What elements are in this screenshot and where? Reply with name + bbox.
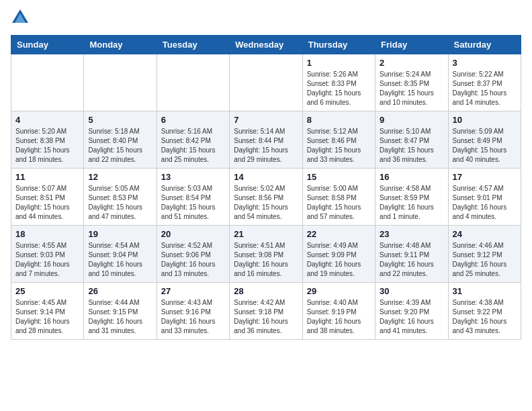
day-info: Sunrise: 4:46 AM Sunset: 9:12 PM Dayligh… bbox=[453, 241, 517, 279]
day-number: 12 bbox=[88, 172, 152, 182]
calendar-cell: 15Sunrise: 5:00 AM Sunset: 8:58 PM Dayli… bbox=[302, 169, 375, 226]
logo bbox=[11, 11, 32, 27]
day-info: Sunrise: 5:20 AM Sunset: 8:38 PM Dayligh… bbox=[15, 127, 79, 165]
calendar-cell: 26Sunrise: 4:44 AM Sunset: 9:15 PM Dayli… bbox=[84, 283, 157, 340]
day-number: 16 bbox=[380, 172, 443, 182]
day-info: Sunrise: 4:48 AM Sunset: 9:11 PM Dayligh… bbox=[380, 241, 443, 279]
day-info: Sunrise: 5:07 AM Sunset: 8:51 PM Dayligh… bbox=[15, 184, 79, 222]
day-info: Sunrise: 4:44 AM Sunset: 9:15 PM Dayligh… bbox=[88, 298, 152, 336]
logo-icon bbox=[11, 8, 30, 27]
day-number: 4 bbox=[15, 115, 79, 125]
day-info: Sunrise: 5:12 AM Sunset: 8:46 PM Dayligh… bbox=[307, 127, 371, 165]
calendar-cell: 21Sunrise: 4:51 AM Sunset: 9:08 PM Dayli… bbox=[230, 226, 302, 283]
day-info: Sunrise: 5:18 AM Sunset: 8:40 PM Dayligh… bbox=[88, 127, 152, 165]
calendar-cell: 9Sunrise: 5:10 AM Sunset: 8:47 PM Daylig… bbox=[375, 111, 448, 169]
calendar-week-2: 4Sunrise: 5:20 AM Sunset: 8:38 PM Daylig… bbox=[11, 111, 521, 169]
day-info: Sunrise: 4:52 AM Sunset: 9:06 PM Dayligh… bbox=[161, 241, 225, 279]
day-info: Sunrise: 5:02 AM Sunset: 8:56 PM Dayligh… bbox=[234, 184, 298, 222]
day-info: Sunrise: 5:24 AM Sunset: 8:35 PM Dayligh… bbox=[380, 70, 443, 107]
day-info: Sunrise: 4:57 AM Sunset: 9:01 PM Dayligh… bbox=[453, 184, 517, 222]
day-info: Sunrise: 4:54 AM Sunset: 9:04 PM Dayligh… bbox=[88, 241, 152, 279]
calendar-week-3: 11Sunrise: 5:07 AM Sunset: 8:51 PM Dayli… bbox=[11, 169, 521, 226]
day-info: Sunrise: 4:45 AM Sunset: 9:14 PM Dayligh… bbox=[15, 298, 79, 336]
day-info: Sunrise: 5:05 AM Sunset: 8:53 PM Dayligh… bbox=[88, 184, 152, 222]
calendar-cell: 11Sunrise: 5:07 AM Sunset: 8:51 PM Dayli… bbox=[11, 169, 84, 226]
calendar-cell: 17Sunrise: 4:57 AM Sunset: 9:01 PM Dayli… bbox=[448, 169, 521, 226]
day-number: 15 bbox=[307, 172, 371, 182]
day-info: Sunrise: 4:39 AM Sunset: 9:20 PM Dayligh… bbox=[380, 298, 443, 336]
day-number: 26 bbox=[88, 286, 152, 296]
weekday-header-tuesday: Tuesday bbox=[157, 36, 229, 54]
day-number: 6 bbox=[161, 115, 225, 125]
day-number: 5 bbox=[88, 115, 152, 125]
calendar-week-1: 1Sunrise: 5:26 AM Sunset: 8:33 PM Daylig… bbox=[11, 54, 521, 111]
day-info: Sunrise: 4:42 AM Sunset: 9:18 PM Dayligh… bbox=[234, 298, 298, 336]
calendar-cell: 8Sunrise: 5:12 AM Sunset: 8:46 PM Daylig… bbox=[302, 111, 375, 169]
calendar-cell: 3Sunrise: 5:22 AM Sunset: 8:37 PM Daylig… bbox=[448, 54, 521, 111]
day-number: 19 bbox=[88, 229, 152, 239]
calendar-cell: 30Sunrise: 4:39 AM Sunset: 9:20 PM Dayli… bbox=[375, 283, 448, 340]
day-info: Sunrise: 5:00 AM Sunset: 8:58 PM Dayligh… bbox=[307, 184, 371, 222]
day-info: Sunrise: 5:22 AM Sunset: 8:37 PM Dayligh… bbox=[453, 70, 517, 107]
calendar-cell: 13Sunrise: 5:03 AM Sunset: 8:54 PM Dayli… bbox=[157, 169, 229, 226]
calendar-cell: 16Sunrise: 4:58 AM Sunset: 8:59 PM Dayli… bbox=[375, 169, 448, 226]
weekday-header-monday: Monday bbox=[84, 36, 157, 54]
calendar-cell: 7Sunrise: 5:14 AM Sunset: 8:44 PM Daylig… bbox=[230, 111, 302, 169]
day-number: 14 bbox=[234, 172, 298, 182]
day-number: 3 bbox=[453, 58, 517, 68]
calendar-cell: 25Sunrise: 4:45 AM Sunset: 9:14 PM Dayli… bbox=[11, 283, 84, 340]
calendar-cell: 5Sunrise: 5:18 AM Sunset: 8:40 PM Daylig… bbox=[84, 111, 157, 169]
day-number: 1 bbox=[307, 58, 371, 68]
day-number: 30 bbox=[380, 286, 443, 296]
weekday-header-sunday: Sunday bbox=[11, 36, 84, 54]
calendar-cell: 18Sunrise: 4:55 AM Sunset: 9:03 PM Dayli… bbox=[11, 226, 84, 283]
day-number: 29 bbox=[307, 286, 371, 296]
day-info: Sunrise: 4:38 AM Sunset: 9:22 PM Dayligh… bbox=[453, 298, 517, 336]
calendar-cell bbox=[11, 54, 84, 111]
day-info: Sunrise: 4:51 AM Sunset: 9:08 PM Dayligh… bbox=[234, 241, 298, 279]
day-number: 22 bbox=[307, 229, 371, 239]
calendar-cell: 1Sunrise: 5:26 AM Sunset: 8:33 PM Daylig… bbox=[302, 54, 375, 111]
day-number: 2 bbox=[380, 58, 443, 68]
day-info: Sunrise: 5:26 AM Sunset: 8:33 PM Dayligh… bbox=[307, 70, 371, 107]
day-number: 18 bbox=[15, 229, 79, 239]
day-info: Sunrise: 4:43 AM Sunset: 9:16 PM Dayligh… bbox=[161, 298, 225, 336]
calendar-cell: 4Sunrise: 5:20 AM Sunset: 8:38 PM Daylig… bbox=[11, 111, 84, 169]
day-number: 21 bbox=[234, 229, 298, 239]
weekday-header-thursday: Thursday bbox=[302, 36, 375, 54]
calendar-cell: 23Sunrise: 4:48 AM Sunset: 9:11 PM Dayli… bbox=[375, 226, 448, 283]
calendar-cell: 22Sunrise: 4:49 AM Sunset: 9:09 PM Dayli… bbox=[302, 226, 375, 283]
header bbox=[11, 11, 521, 27]
calendar-cell: 20Sunrise: 4:52 AM Sunset: 9:06 PM Dayli… bbox=[157, 226, 229, 283]
day-number: 13 bbox=[161, 172, 225, 182]
calendar-cell bbox=[230, 54, 302, 111]
day-number: 20 bbox=[161, 229, 225, 239]
day-number: 17 bbox=[453, 172, 517, 182]
calendar-cell: 27Sunrise: 4:43 AM Sunset: 9:16 PM Dayli… bbox=[157, 283, 229, 340]
day-info: Sunrise: 4:58 AM Sunset: 8:59 PM Dayligh… bbox=[380, 184, 443, 222]
calendar-cell: 10Sunrise: 5:09 AM Sunset: 8:49 PM Dayli… bbox=[448, 111, 521, 169]
day-info: Sunrise: 5:14 AM Sunset: 8:44 PM Dayligh… bbox=[234, 127, 298, 165]
day-info: Sunrise: 5:03 AM Sunset: 8:54 PM Dayligh… bbox=[161, 184, 225, 222]
calendar-cell: 29Sunrise: 4:40 AM Sunset: 9:19 PM Dayli… bbox=[302, 283, 375, 340]
day-number: 28 bbox=[234, 286, 298, 296]
calendar-cell: 2Sunrise: 5:24 AM Sunset: 8:35 PM Daylig… bbox=[375, 54, 448, 111]
day-number: 25 bbox=[15, 286, 79, 296]
day-info: Sunrise: 4:49 AM Sunset: 9:09 PM Dayligh… bbox=[307, 241, 371, 279]
day-number: 11 bbox=[15, 172, 79, 182]
day-info: Sunrise: 5:09 AM Sunset: 8:49 PM Dayligh… bbox=[453, 127, 517, 165]
weekday-header-wednesday: Wednesday bbox=[230, 36, 302, 54]
weekday-header-friday: Friday bbox=[375, 36, 448, 54]
calendar-cell: 19Sunrise: 4:54 AM Sunset: 9:04 PM Dayli… bbox=[84, 226, 157, 283]
weekday-header-saturday: Saturday bbox=[448, 36, 521, 54]
day-number: 23 bbox=[380, 229, 443, 239]
calendar-week-4: 18Sunrise: 4:55 AM Sunset: 9:03 PM Dayli… bbox=[11, 226, 521, 283]
weekday-header-row: SundayMondayTuesdayWednesdayThursdayFrid… bbox=[11, 36, 521, 54]
day-info: Sunrise: 5:10 AM Sunset: 8:47 PM Dayligh… bbox=[380, 127, 443, 165]
day-number: 31 bbox=[453, 286, 517, 296]
calendar-cell bbox=[157, 54, 229, 111]
calendar-cell bbox=[84, 54, 157, 111]
day-number: 7 bbox=[234, 115, 298, 125]
calendar-cell: 31Sunrise: 4:38 AM Sunset: 9:22 PM Dayli… bbox=[448, 283, 521, 340]
calendar-table: SundayMondayTuesdayWednesdayThursdayFrid… bbox=[11, 35, 521, 340]
